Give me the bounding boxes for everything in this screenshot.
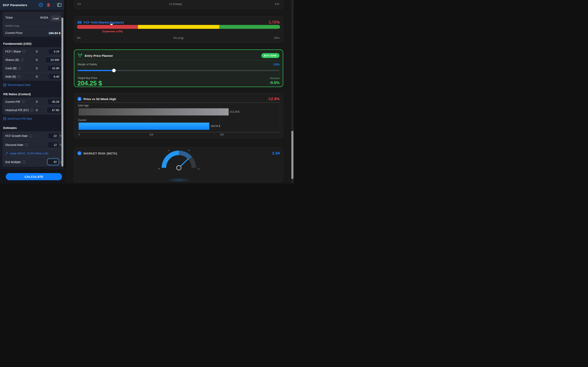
- table-row: Cash (B) i 0: [2, 64, 63, 72]
- pe-gauge-card-partial: 0.0 1.0 (Cheap) 3.0+: [74, 0, 283, 9]
- row-label: Shares (B): [5, 58, 19, 61]
- help-icon[interactable]: ?: [39, 3, 43, 7]
- info-icon[interactable]: i: [17, 75, 21, 78]
- main-area: 0.0 1.0 (Cheap) 3.0+ FCF Yield (Market P…: [67, 0, 294, 184]
- bar-value-label: 212.19 $: [230, 110, 240, 113]
- toggle-sidebar-icon[interactable]: [57, 3, 61, 7]
- table-row: Debt (B) i 0: [2, 72, 63, 81]
- fcf-share-input[interactable]: [48, 49, 61, 55]
- discount-label: Discount: [270, 77, 280, 80]
- x-tick: 0: [79, 133, 80, 136]
- link-label: StockAnalysis Data: [8, 83, 30, 86]
- cash-input[interactable]: [47, 65, 61, 71]
- axis-max: 10%+: [274, 37, 280, 39]
- margin-of-safety-slider[interactable]: [78, 69, 280, 72]
- load-button[interactable]: Load: [50, 15, 61, 21]
- discount-value: -9.5%: [269, 81, 280, 85]
- company-row: NVIDIA Corp: [2, 23, 63, 29]
- stockanalysis-link[interactable]: StockAnalysis Data: [3, 83, 30, 86]
- buy-zone-badge: BUY ZONE: [261, 53, 280, 58]
- fundamentals-card: FCF / Share i 0 Shares (B) i 0 Cash (B) …: [2, 47, 63, 81]
- zone-label: Expensive (<3%): [102, 30, 122, 33]
- gauge-axis-mid: 1.0 (Cheap): [169, 3, 182, 6]
- fcf-axis: 0% 5% (Avg) 10%+: [77, 37, 280, 39]
- beta-gauge-svg: 0 1 2 3: [156, 148, 201, 171]
- gridline-right-edge: [280, 103, 280, 132]
- cart-plus-icon: [78, 53, 83, 58]
- trash-icon[interactable]: [46, 3, 51, 7]
- main-scrollbar-thumb[interactable]: [291, 131, 293, 179]
- svg-text:1: 1: [167, 149, 169, 152]
- bar-chart-area: 52W High 212.19 $ Current 184.94 $: [77, 102, 280, 132]
- row-zero: 0: [36, 100, 38, 103]
- external-link-icon: [3, 117, 6, 120]
- ticker-card: Ticker NVDA Load NVIDIA Corp Current Pri…: [2, 12, 63, 37]
- sidebar: DCF Parameters ? Ticker NVDA Load: [0, 0, 66, 184]
- ticker-value[interactable]: NVDA: [40, 16, 48, 19]
- discount-rate-input[interactable]: [48, 142, 59, 148]
- ticker-row: Ticker NVDA Load: [2, 13, 63, 22]
- gridline-200: [220, 103, 220, 132]
- svg-text:0: 0: [158, 168, 160, 169]
- info-icon[interactable]: i: [25, 143, 28, 147]
- bar-label: 52W High: [78, 104, 89, 107]
- link-label: GuruFocus P/E Data: [8, 117, 32, 120]
- estimates-section-title: Estimates: [3, 126, 17, 130]
- table-row: Discount Rate i %: [2, 140, 63, 149]
- cheap-zone-segment: [219, 25, 280, 29]
- info-icon[interactable]: i: [29, 134, 32, 138]
- gauge-hub: [177, 166, 181, 170]
- arrow-down-right-icon: ↘: [77, 97, 81, 101]
- price-vs-52w-card: ↘ Price vs 52-Week High -12.8% 52W High …: [74, 93, 283, 138]
- current-pe-input[interactable]: [47, 99, 61, 105]
- pe-section-title: P/E Ratios (Context): [3, 92, 31, 96]
- average-zone-segment: [138, 25, 219, 29]
- header-divider: [54, 3, 54, 7]
- info-icon[interactable]: i: [22, 160, 25, 163]
- fcf-growth-input[interactable]: [48, 133, 59, 139]
- table-row: Current P/E i 0: [2, 98, 63, 106]
- bar-52w-high: [79, 108, 229, 116]
- info-icon[interactable]: i: [18, 67, 21, 70]
- info-icon[interactable]: i: [23, 50, 25, 53]
- gauge-glow: [167, 178, 191, 182]
- company-name: NVIDIA Corp: [5, 25, 19, 27]
- entry-price-planner-card: Entry Price Planner BUY ZONE Margin of S…: [74, 50, 283, 87]
- row-label: Debt (B): [5, 75, 16, 78]
- shares-input[interactable]: [45, 57, 61, 63]
- expensive-zone-segment: [77, 25, 138, 29]
- row-label: Exit Multiple: [5, 160, 21, 164]
- x-tick: 100: [149, 133, 153, 136]
- x-axis-labels: 0 100 200: [77, 133, 280, 136]
- calculate-button[interactable]: CALCULATE: [6, 173, 62, 180]
- beta-value: 2.34: [272, 151, 280, 156]
- row-zero: 0: [36, 67, 38, 70]
- slider-fill: [78, 70, 114, 71]
- sidebar-footer: CALCULATE: [0, 169, 66, 184]
- exit-multiple-input[interactable]: [47, 159, 59, 165]
- gurufocus-link[interactable]: GuruFocus P/E Data: [3, 117, 32, 120]
- dcf-app: DCF Parameters ? Ticker NVDA Load: [0, 0, 294, 184]
- info-icon[interactable]: i: [21, 58, 24, 61]
- info-icon[interactable]: i: [22, 100, 25, 103]
- row-zero: 0: [36, 108, 38, 112]
- fcf-yield-value: 1.72%: [269, 20, 280, 25]
- sidebar-scrollbar-thumb[interactable]: [61, 17, 63, 167]
- week52-change-value: -12.8%: [267, 97, 280, 101]
- banknote-icon: [77, 21, 82, 24]
- gauge-axis-min: 0.0: [77, 3, 81, 6]
- row-zero: 0: [36, 58, 38, 61]
- debt-input[interactable]: [48, 74, 61, 80]
- wand-icon: [5, 152, 8, 155]
- apply-wacc-link[interactable]: Apply WACC: 15.9% (Beta 2.34): [5, 152, 48, 155]
- row-label: Historical P/E (5Y): [5, 108, 29, 112]
- fundamentals-section-title: Fundamentals (USD): [3, 42, 32, 45]
- target-buy-price-label: Target Buy Price: [78, 76, 97, 79]
- historical-pe-input[interactable]: [47, 107, 61, 113]
- table-row: Exit Multiple i x: [2, 157, 63, 167]
- row-label: FCF / Share: [5, 50, 21, 53]
- slider-thumb[interactable]: [112, 69, 116, 72]
- info-icon[interactable]: i: [30, 108, 33, 112]
- card-title: Entry Price Planner: [85, 54, 113, 58]
- table-row: Shares (B) i 0: [2, 56, 63, 64]
